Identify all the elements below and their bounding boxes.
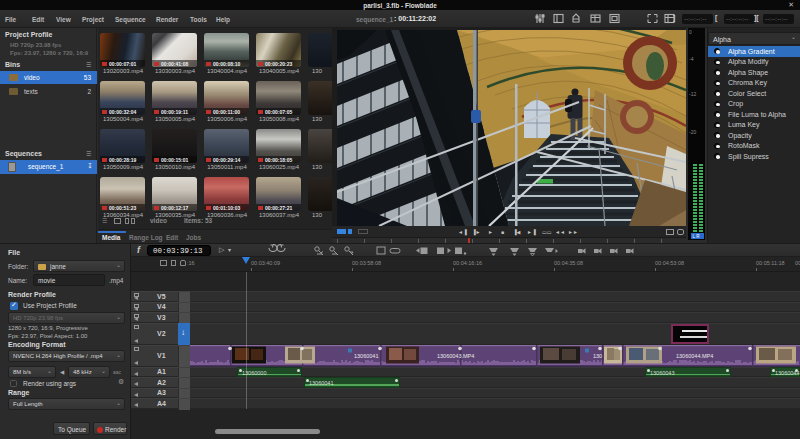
svg-text:13060044.MP4: 13060044.MP4 xyxy=(676,353,713,359)
svg-text:13060041: 13060041 xyxy=(354,353,378,359)
svg-text:13060043.MP4: 13060043.MP4 xyxy=(437,353,474,359)
svg-text:130: 130 xyxy=(593,353,602,359)
